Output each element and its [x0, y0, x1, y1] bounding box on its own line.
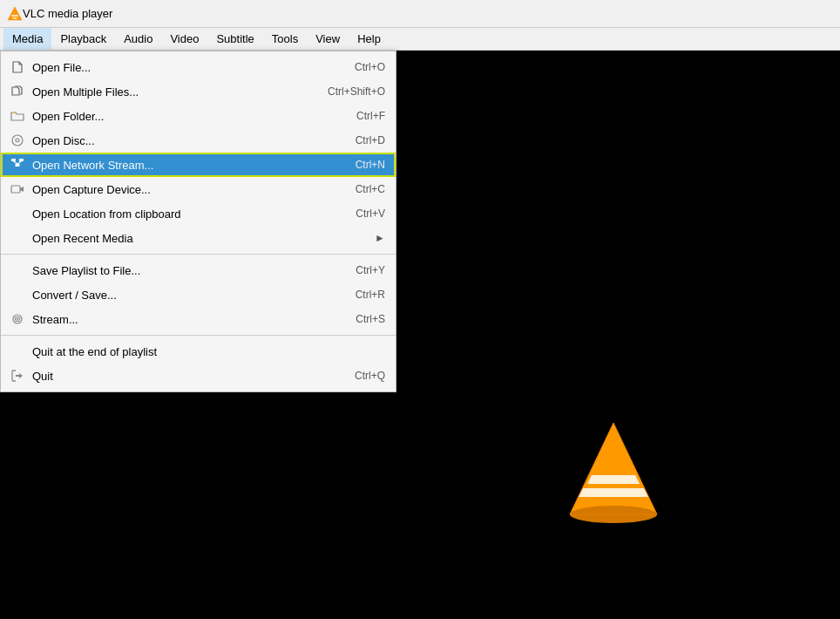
menu-item-convert-save[interactable]: Convert / Save... Ctrl+R [1, 282, 396, 307]
file-icon [10, 59, 25, 75]
menu-item-open-clipboard[interactable]: Open Location from clipboard Ctrl+V [1, 201, 396, 226]
vlc-cone [561, 418, 666, 532]
svg-point-20 [17, 318, 18, 320]
open-network-shortcut: Ctrl+N [356, 159, 385, 171]
svg-rect-3 [13, 17, 17, 19]
svg-line-15 [17, 161, 22, 164]
svg-marker-4 [570, 423, 657, 514]
disc-icon [10, 133, 25, 148]
svg-rect-11 [11, 159, 16, 161]
svg-marker-6 [579, 488, 648, 497]
svg-point-9 [12, 135, 23, 146]
open-network-label: Open Network Stream... [32, 159, 338, 172]
menu-bar: Media Playback Audio Video Subtitle Tool… [0, 28, 840, 51]
capture-icon [10, 181, 25, 197]
svg-rect-13 [16, 164, 20, 167]
menu-media[interactable]: Media [3, 28, 51, 50]
quit-label: Quit [32, 370, 337, 383]
media-dropdown: Open File... Ctrl+O Open Multiple Files.… [0, 51, 396, 392]
stream-icon [10, 311, 25, 327]
open-clipboard-shortcut: Ctrl+V [356, 207, 385, 220]
menu-subtitle[interactable]: Subtitle [207, 28, 262, 50]
open-folder-label: Open Folder... [32, 110, 339, 123]
vlc-icon [7, 6, 23, 22]
files-icon [10, 84, 25, 99]
menu-item-quit[interactable]: Quit Ctrl+Q [1, 364, 396, 388]
open-multiple-shortcut: Ctrl+Shift+O [328, 85, 385, 98]
folder-icon [10, 108, 25, 124]
save-playlist-shortcut: Ctrl+Y [356, 264, 385, 276]
menu-video[interactable]: Video [161, 28, 207, 50]
quit-icon [10, 368, 25, 384]
convert-save-label: Convert / Save... [32, 289, 338, 302]
menu-tools[interactable]: Tools [263, 28, 307, 50]
svg-rect-2 [11, 15, 18, 17]
video-area [396, 51, 840, 619]
open-file-label: Open File... [32, 61, 337, 74]
menu-item-open-disc[interactable]: Open Disc... Ctrl+D [1, 128, 396, 153]
convert-save-shortcut: Ctrl+R [356, 289, 385, 301]
quit-shortcut: Ctrl+Q [355, 370, 385, 382]
menu-item-stream[interactable]: Stream... Ctrl+S [1, 307, 396, 331]
svg-point-10 [16, 139, 19, 142]
open-disc-shortcut: Ctrl+D [356, 134, 385, 146]
menu-item-quit-end[interactable]: Quit at the end of playlist [1, 339, 396, 364]
network-icon [10, 157, 25, 173]
open-multiple-label: Open Multiple Files... [32, 85, 310, 99]
menu-audio[interactable]: Audio [115, 28, 161, 50]
svg-rect-12 [19, 159, 24, 161]
menu-item-open-folder[interactable]: Open Folder... Ctrl+F [1, 104, 396, 128]
separator-2 [1, 335, 396, 336]
save-playlist-label: Save Playlist to File... [32, 264, 338, 277]
menu-item-open-capture[interactable]: Open Capture Device... Ctrl+C [1, 177, 396, 201]
svg-marker-5 [587, 475, 640, 484]
open-file-shortcut: Ctrl+O [355, 61, 385, 73]
quit-end-label: Quit at the end of playlist [32, 345, 385, 358]
stream-shortcut: Ctrl+S [356, 313, 385, 325]
menu-view[interactable]: View [307, 28, 349, 50]
open-capture-shortcut: Ctrl+C [356, 183, 385, 195]
open-clipboard-label: Open Location from clipboard [32, 207, 338, 221]
menu-help[interactable]: Help [349, 28, 390, 50]
menu-item-open-file[interactable]: Open File... Ctrl+O [1, 55, 396, 79]
menu-item-open-recent[interactable]: Open Recent Media ► [1, 226, 396, 250]
menu-item-open-network[interactable]: Open Network Stream... Ctrl+N [1, 153, 396, 177]
menu-item-open-multiple[interactable]: Open Multiple Files... Ctrl+Shift+O [1, 79, 396, 104]
open-capture-label: Open Capture Device... [32, 183, 338, 196]
separator-1 [1, 254, 396, 255]
app-title: VLC media player [23, 7, 112, 20]
svg-line-14 [14, 161, 18, 164]
title-bar: VLC media player [0, 0, 840, 28]
menu-item-save-playlist[interactable]: Save Playlist to File... Ctrl+Y [1, 258, 396, 282]
stream-label: Stream... [32, 313, 338, 326]
menu-playback[interactable]: Playback [51, 28, 115, 50]
svg-rect-16 [11, 186, 20, 193]
open-recent-label: Open Recent Media [32, 232, 375, 245]
submenu-arrow-icon: ► [375, 232, 385, 244]
svg-marker-17 [20, 187, 24, 192]
open-folder-shortcut: Ctrl+F [356, 110, 385, 122]
open-disc-label: Open Disc... [32, 134, 338, 147]
